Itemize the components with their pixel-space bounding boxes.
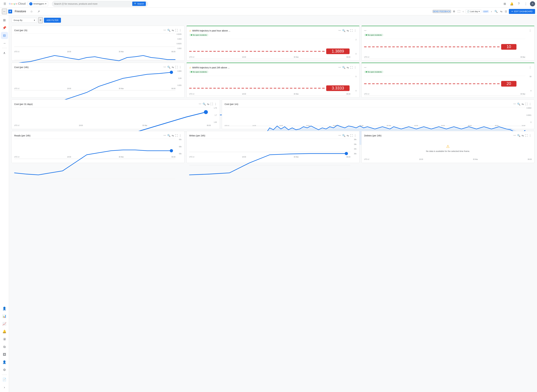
sparkline-icon[interactable]: 〰 bbox=[163, 134, 166, 137]
zoom-icon[interactable]: 🔍 bbox=[202, 102, 206, 106]
sidebar-item-pin[interactable]: 📌 bbox=[1, 24, 8, 31]
warn-icon: ⚠ bbox=[189, 66, 191, 69]
sidebar-item-trend[interactable]: 📈 bbox=[1, 320, 8, 327]
zoom-icon[interactable]: 🔍 bbox=[517, 102, 521, 106]
compare-icon[interactable]: ⇆ bbox=[171, 65, 174, 69]
fullscreen-icon[interactable]: ⛶ bbox=[350, 29, 353, 33]
sidebar-item-doc[interactable]: 📄 bbox=[1, 376, 8, 383]
sidebar-item-people[interactable]: 👤 bbox=[1, 305, 8, 312]
sparkline-icon[interactable]: 〰 bbox=[338, 29, 341, 33]
sort-button[interactable]: ≡ bbox=[38, 17, 43, 23]
back-button[interactable]: ← bbox=[2, 9, 7, 14]
zoom-icon[interactable]: 🔍 bbox=[167, 28, 171, 32]
compare-icon[interactable]: ⇆ bbox=[171, 28, 174, 32]
chart-area: 10 UTC+2 30 Mar bbox=[364, 39, 532, 58]
chart-x-axis: UTC+2 14:00 16:00 18:00 20:00 22:00 30 M… bbox=[224, 125, 525, 126]
star-button[interactable]: ☆ bbox=[29, 9, 34, 14]
search-time-button[interactable]: 🔍 bbox=[494, 9, 498, 14]
sparkline-icon[interactable]: 〰 bbox=[163, 65, 166, 69]
more-icon[interactable]: ⋮ bbox=[354, 134, 357, 137]
more-icon[interactable]: ⋮ bbox=[179, 28, 182, 32]
sidebar-item-image[interactable]: 🖼 bbox=[1, 351, 8, 358]
compare-icon[interactable]: ⇆ bbox=[521, 134, 524, 137]
more-icon[interactable]: ⋮ bbox=[528, 134, 532, 137]
time-range-selector[interactable]: 🕐 Last day ▾ bbox=[466, 9, 481, 14]
more-vert-btn[interactable]: ⋮ bbox=[523, 1, 529, 7]
chart-warn-24h-2: 〰 ⋮ No open incidents 50 0 bbox=[361, 63, 534, 98]
fullscreen-icon[interactable]: ⛶ bbox=[350, 66, 353, 69]
chart-area: 2 0 1.3889 bbox=[189, 39, 357, 58]
project-selector[interactable]: T timetriggers ▾ bbox=[28, 1, 48, 6]
fullscreen-icon[interactable]: ⛶ bbox=[175, 65, 178, 69]
sidebar-expand[interactable]: › bbox=[1, 384, 8, 391]
more-icon[interactable]: ⋮ bbox=[354, 66, 357, 69]
compare-icon[interactable]: ⇆ bbox=[207, 102, 209, 106]
compare-button[interactable]: ⊡ bbox=[504, 9, 508, 14]
more-icon[interactable]: ⋮ bbox=[214, 102, 217, 106]
add-filter-button[interactable]: ADD FILTER bbox=[44, 18, 61, 23]
chart-y-axis: 36k 34k 32k 30k bbox=[354, 139, 357, 155]
sparkline-icon[interactable]: 〰 bbox=[338, 134, 341, 137]
share-button[interactable]: ↗ bbox=[36, 9, 41, 14]
more-icon[interactable]: ⋮ bbox=[179, 65, 182, 69]
expand-time-button[interactable]: ⇆ bbox=[499, 9, 503, 14]
sidebar-item-home[interactable]: ⊞ bbox=[1, 17, 8, 24]
fullscreen-icon[interactable]: ⛶ bbox=[525, 103, 528, 106]
search-bar-container: 🔍 Search bbox=[52, 1, 148, 7]
user-avatar[interactable]: A bbox=[530, 1, 535, 6]
send-feedback-button[interactable]: SEND FEEDBACK bbox=[433, 10, 451, 13]
sidebar-item-forward[interactable]: → bbox=[1, 40, 8, 47]
sparkline-icon[interactable]: 〰 bbox=[163, 29, 166, 32]
sidebar-item-monitor[interactable]: 🖥 bbox=[1, 336, 8, 343]
fullscreen-button[interactable]: ⛶ bbox=[457, 9, 461, 14]
edit-dashboard-button[interactable]: ✏ EDIT DASHBOARD bbox=[509, 9, 535, 14]
sidebar-item-user2[interactable]: 👤 bbox=[1, 359, 8, 366]
sparkline-icon[interactable]: 〰 bbox=[513, 134, 516, 137]
notifications-btn[interactable]: 🔔 bbox=[509, 1, 515, 7]
next-time-button[interactable]: › bbox=[490, 9, 492, 14]
settings-button[interactable]: ⚙ bbox=[452, 9, 456, 14]
sidebar-item-bar-chart[interactable]: 📊 bbox=[1, 313, 8, 320]
search-button[interactable]: 🔍 Search bbox=[132, 2, 146, 6]
group-by-select[interactable]: Group By ▾ bbox=[11, 18, 37, 23]
hamburger-menu[interactable]: ☰ bbox=[2, 1, 8, 7]
fullscreen-icon[interactable]: ⛶ bbox=[350, 134, 353, 137]
sparkline-icon[interactable]: 〰 bbox=[364, 66, 366, 69]
more-icon[interactable]: ⋮ bbox=[179, 134, 182, 137]
compare-icon[interactable]: ⇆ bbox=[346, 134, 349, 137]
sparkline-icon[interactable]: 〰 bbox=[364, 29, 366, 32]
chart-area: 36k 34k 32k 30k UTC+2 bbox=[189, 139, 357, 158]
zoom-icon[interactable]: 🔍 bbox=[167, 65, 171, 69]
sidebar-collapse[interactable]: ∧ bbox=[1, 49, 8, 56]
sparkline-icon[interactable]: 〰 bbox=[338, 66, 341, 69]
more-icon[interactable]: ⋮ bbox=[528, 66, 532, 69]
sidebar-item-dashboard[interactable]: ⊟ bbox=[1, 32, 8, 39]
prev-time-button[interactable]: ‹ bbox=[462, 9, 464, 14]
sparkline-icon[interactable]: 〰 bbox=[199, 103, 202, 106]
fullscreen-icon[interactable]: ⛶ bbox=[525, 134, 528, 137]
compare-icon[interactable]: ⇆ bbox=[346, 66, 349, 69]
zoom-icon[interactable]: 🔍 bbox=[342, 66, 346, 69]
more-icon[interactable]: ⋮ bbox=[528, 102, 532, 106]
fullscreen-icon[interactable]: ⛶ bbox=[175, 29, 178, 32]
more-icon[interactable]: ⋮ bbox=[528, 29, 532, 33]
fullscreen-icon[interactable]: ⛶ bbox=[210, 103, 213, 106]
more-icon[interactable]: ⋮ bbox=[354, 29, 357, 33]
help-btn[interactable]: ? bbox=[516, 1, 522, 7]
apps-icon-btn[interactable]: ⊞ bbox=[502, 1, 508, 7]
sparkline-icon[interactable]: 〰 bbox=[513, 103, 516, 106]
compare-icon[interactable]: ⇆ bbox=[521, 102, 524, 106]
compare-icon[interactable]: ⇆ bbox=[346, 29, 349, 33]
sidebar-item-settings[interactable]: ⚙ bbox=[1, 366, 8, 373]
compare-icon[interactable]: ⇆ bbox=[171, 134, 174, 137]
sidebar-item-alerts[interactable]: 🔔 bbox=[1, 328, 8, 335]
chart-y-axis: 5 0 bbox=[356, 76, 357, 92]
sidebar-item-layers[interactable]: ⧉ bbox=[1, 343, 8, 350]
chart-header: ⚠ WARN trajectory in past hour above ...… bbox=[189, 29, 357, 33]
zoom-icon[interactable]: 🔍 bbox=[342, 134, 346, 137]
zoom-icon[interactable]: 🔍 bbox=[167, 134, 171, 137]
zoom-icon[interactable]: 🔍 bbox=[517, 134, 521, 137]
fullscreen-icon[interactable]: ⛶ bbox=[175, 134, 178, 137]
zoom-icon[interactable]: 🔍 bbox=[342, 29, 346, 33]
search-input[interactable] bbox=[54, 3, 131, 5]
